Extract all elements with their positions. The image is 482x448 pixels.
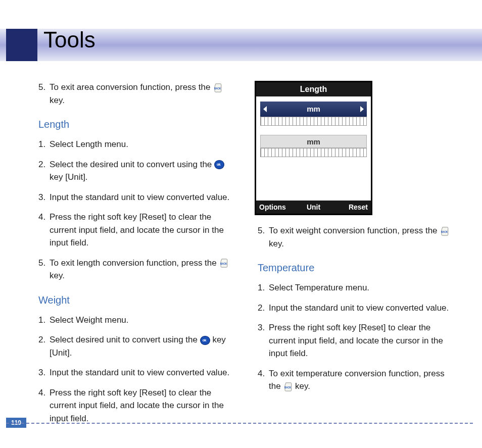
page-title: Tools <box>43 27 95 53</box>
svg-text:BACK: BACK <box>284 386 292 388</box>
temp-step-2: 2.Input the standard unit to view conver… <box>258 302 452 315</box>
phone-unit-selector: mm <box>260 102 367 117</box>
phone-title: Length <box>256 82 371 96</box>
length-step-4: 4.Press the right soft key [Reset] to cl… <box>38 211 232 250</box>
phone-softkey-right: Reset <box>331 201 371 214</box>
weight-step-5: 5.To exit weight conversion function, pr… <box>258 224 452 250</box>
length-step-2: 2.Select the desired unit to convert usi… <box>38 158 232 184</box>
length-step-3: 3.Input the standard unit to view conver… <box>38 191 232 204</box>
phone-softkey-bar: Options Unit Reset <box>256 201 371 214</box>
arrow-right-icon <box>360 106 364 112</box>
back-key-icon: BACK <box>213 83 222 93</box>
back-key-icon: BACK <box>440 226 449 236</box>
svg-text:BACK: BACK <box>441 230 448 233</box>
phone-unit-static: mm <box>260 135 367 148</box>
area-step-5: 5.To exit area conversion function, pres… <box>38 81 232 107</box>
weight-step-4: 4.Press the right soft key [Reset] to cl… <box>38 386 232 425</box>
svg-text:BACK: BACK <box>220 263 227 265</box>
temp-step-4: 4.To exit temperature conversion functio… <box>258 367 452 393</box>
phone-screenshot: Length mm mm Options Unit Reset <box>255 81 372 215</box>
temp-step-1: 1.Select Temperature menu. <box>258 281 452 294</box>
phone-softkey-center: Unit <box>296 201 332 214</box>
phone-ruler-bottom <box>260 148 367 157</box>
weight-heading: Weight <box>38 292 232 308</box>
length-step-5: 5.To exit length conversion function, pr… <box>38 257 232 282</box>
weight-step-2: 2.Select desired unit to convert using t… <box>38 333 232 359</box>
temperature-heading: Temperature <box>258 260 452 275</box>
weight-step-1: 1.Select Weight menu. <box>38 314 232 327</box>
svg-text:BACK: BACK <box>214 87 221 89</box>
length-step-1: 1.Select Length menu. <box>38 138 232 151</box>
ok-key-icon <box>214 160 224 169</box>
weight-step-3: 3.Input the standard unit to view conver… <box>38 366 232 379</box>
length-heading: Length <box>38 117 232 132</box>
ok-key-icon <box>200 336 210 345</box>
phone-softkey-left: Options <box>256 201 296 214</box>
header-accent-block <box>6 29 37 61</box>
back-key-icon: BACK <box>283 382 293 392</box>
back-key-icon: BACK <box>219 258 228 268</box>
footer-divider <box>6 423 473 424</box>
column-right: Length mm mm Options Unit Reset 5.To exi… <box>258 81 452 432</box>
temp-step-3: 3.Press the right soft key [Reset] to cl… <box>258 321 452 360</box>
phone-body: mm mm <box>256 96 371 162</box>
column-left: 5.To exit area conversion function, pres… <box>38 81 232 432</box>
content-columns: 5.To exit area conversion function, pres… <box>38 81 452 432</box>
phone-ruler-top <box>260 117 367 126</box>
arrow-left-icon <box>263 106 267 112</box>
